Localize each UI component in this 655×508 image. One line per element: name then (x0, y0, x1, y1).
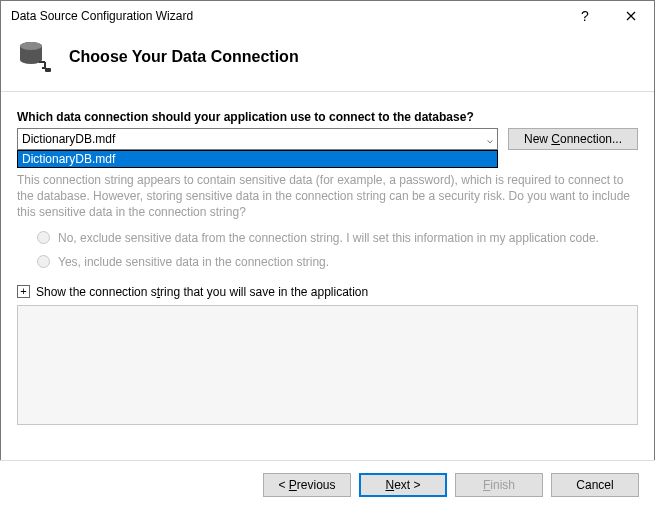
show-connection-string-label: Show the connection string that you will… (36, 285, 368, 299)
expand-icon: + (17, 285, 30, 298)
new-connection-button[interactable]: New Connection... (508, 128, 638, 150)
page-title: Choose Your Data Connection (69, 48, 299, 66)
radio-icon (37, 231, 50, 244)
radio-include-label: Yes, include sensitive data in the conne… (58, 255, 329, 269)
connection-dropdown[interactable]: DictionaryDB.mdf ⌵ (17, 128, 498, 150)
wizard-footer: < Previous Next > Finish Cancel (0, 460, 655, 508)
connection-string-preview (17, 305, 638, 425)
previous-button[interactable]: < Previous (263, 473, 351, 497)
radio-include-sensitive: Yes, include sensitive data in the conne… (17, 255, 638, 269)
connection-select-wrap: DictionaryDB.mdf ⌵ DictionaryDB.mdf (17, 128, 498, 150)
content-area: Which data connection should your applic… (1, 92, 654, 435)
connection-selected-value: DictionaryDB.mdf (22, 132, 115, 146)
radio-icon (37, 255, 50, 268)
connection-option-0[interactable]: DictionaryDB.mdf (18, 151, 497, 167)
window-title: Data Source Configuration Wizard (11, 9, 562, 23)
radio-exclude-label: No, exclude sensitive data from the conn… (58, 231, 599, 245)
chevron-down-icon: ⌵ (487, 134, 493, 145)
wizard-header: Choose Your Data Connection (1, 31, 654, 92)
close-button[interactable] (608, 1, 654, 31)
sensitive-data-explanation: This connection string appears to contai… (17, 172, 638, 221)
radio-exclude-sensitive: No, exclude sensitive data from the conn… (17, 231, 638, 245)
close-icon (626, 11, 636, 21)
next-button[interactable]: Next > (359, 473, 447, 497)
svg-rect-2 (45, 68, 51, 72)
cancel-button[interactable]: Cancel (551, 473, 639, 497)
svg-point-1 (20, 42, 42, 50)
connection-prompt: Which data connection should your applic… (17, 110, 638, 124)
titlebar: Data Source Configuration Wizard ? (1, 1, 654, 31)
connection-dropdown-list: DictionaryDB.mdf (17, 150, 498, 168)
show-connection-string-toggle[interactable]: + Show the connection string that you wi… (17, 285, 638, 299)
help-button[interactable]: ? (562, 1, 608, 31)
database-icon (17, 39, 53, 75)
finish-button: Finish (455, 473, 543, 497)
